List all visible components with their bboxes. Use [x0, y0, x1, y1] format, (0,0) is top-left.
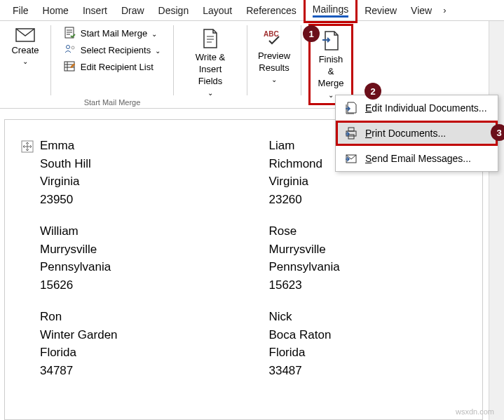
move-handle-icon — [21, 140, 34, 153]
chevron-down-icon: ⌄ — [22, 57, 28, 65]
address-block: RoseMurrysvillePennsylvania15623 — [269, 222, 473, 294]
edit-recipient-list-icon — [64, 60, 76, 73]
envelope-icon — [15, 28, 35, 42]
printer-icon — [344, 126, 358, 140]
email-icon — [344, 151, 358, 165]
callout-3: 3 — [491, 124, 504, 141]
address-block: EmmaSouth HillVirginia23950 — [40, 137, 244, 208]
chevron-down-icon: ⌄ — [271, 76, 277, 83]
write-insert-fields-button[interactable]: Write & Insert Fields ⌄ — [178, 24, 243, 101]
menu-edit-individual-documents[interactable]: Edit Individual Documents... — [336, 95, 498, 121]
abc-check-icon: ABC — [262, 28, 286, 48]
tab-design[interactable]: Design — [151, 1, 196, 20]
tab-references[interactable]: References — [239, 1, 304, 20]
start-mail-merge-group-label: Start Mail Merge — [51, 98, 173, 107]
preview-results-button[interactable]: ABC Preview Results ⌄ — [251, 24, 297, 88]
address-block: NickBoca RatonFlorida33487 — [269, 308, 473, 379]
tab-review[interactable]: Review — [357, 1, 404, 20]
callout-2: 2 — [365, 83, 381, 100]
select-recipients-icon — [64, 43, 76, 56]
chevron-down-icon: ⌄ — [207, 89, 213, 97]
chevron-down-icon: ⌄ — [151, 30, 157, 38]
svg-point-3 — [71, 46, 74, 49]
watermark: wsxdn.com — [456, 407, 494, 416]
tab-mailings[interactable]: Mailings — [304, 0, 357, 23]
address-block: WilliamMurrysvillePennsylvania15626 — [40, 222, 244, 294]
finish-merge-icon — [321, 30, 341, 51]
tab-layout[interactable]: Layout — [196, 1, 239, 20]
svg-point-2 — [66, 46, 69, 49]
menu-print-documents[interactable]: Print Documents... 3 — [336, 121, 498, 146]
callout-1: 1 — [303, 25, 320, 42]
tab-home[interactable]: Home — [36, 1, 76, 20]
svg-rect-8 — [348, 135, 354, 139]
svg-text:ABC: ABC — [264, 30, 279, 38]
chevron-down-icon: ⌄ — [328, 91, 334, 99]
start-mail-merge-icon — [64, 27, 76, 39]
ribbon-tabs: File Home Insert Draw Design Layout Refe… — [0, 0, 504, 21]
create-label: Create — [11, 45, 39, 56]
tab-insert[interactable]: Insert — [76, 1, 114, 20]
menu-send-email-messages[interactable]: Send Email Messages... — [336, 146, 498, 171]
tab-file[interactable]: File — [6, 1, 36, 20]
tab-draw[interactable]: Draw — [114, 1, 151, 20]
edit-recipient-list-button[interactable]: Edit Recipient List — [61, 59, 163, 74]
tab-view[interactable]: View — [404, 1, 439, 20]
start-mail-merge-button[interactable]: Start Mail Merge ⌄ — [61, 25, 163, 41]
document-icon — [201, 28, 219, 49]
address-block: RonWinter GardenFlorida34787 — [40, 308, 244, 379]
chevron-down-icon: ⌄ — [155, 47, 161, 55]
svg-rect-7 — [348, 128, 354, 131]
finish-merge-menu: Edit Individual Documents... Print Docum… — [335, 95, 498, 172]
scrollbar-region[interactable] — [489, 21, 504, 420]
select-recipients-button[interactable]: Select Recipients ⌄ — [61, 42, 163, 57]
column-right: LiamRichmondVirginia23260 RoseMurrysvill… — [244, 137, 473, 393]
documents-icon — [344, 101, 358, 115]
column-left: EmmaSouth HillVirginia23950 WilliamMurry… — [15, 137, 244, 393]
table-move-handle[interactable] — [21, 140, 34, 156]
tab-overflow[interactable]: › — [439, 1, 450, 19]
create-button[interactable]: Create ⌄ — [4, 24, 46, 69]
